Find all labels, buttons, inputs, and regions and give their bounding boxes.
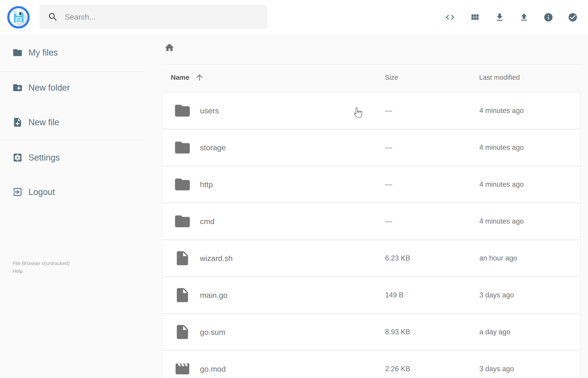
file-name: go.sum: [200, 328, 226, 337]
download-button[interactable]: [495, 12, 505, 22]
column-header-size[interactable]: Size: [385, 74, 398, 81]
file-modified: 4 minutes ago: [479, 107, 524, 115]
file-modified: an hour ago: [479, 254, 517, 262]
table-row-go-mod[interactable]: go.mod 2.26 KB 3 days ago: [162, 351, 580, 378]
sidebar-credits: File Browser v(untracked) Help: [13, 260, 70, 275]
table-row-storage[interactable]: storage — 4 minutes ago: [162, 129, 580, 166]
file-name: wizard.sh: [200, 254, 233, 263]
file-name: storage: [200, 143, 226, 152]
settings-icon: [12, 152, 23, 163]
file-modified: a day ago: [479, 328, 510, 336]
sidebar-item-label: New folder: [28, 83, 70, 93]
file-modified: 3 days ago: [479, 291, 514, 299]
sidebar-item-label: My files: [28, 48, 58, 58]
upload-button[interactable]: [519, 12, 529, 22]
sidebar-item-logout[interactable]: Logout: [0, 182, 144, 202]
sidebar-item-new-folder[interactable]: New folder: [0, 78, 144, 97]
logout-icon: [12, 187, 23, 197]
app-version: File Browser v(untracked): [13, 260, 70, 267]
file-name: cmd: [200, 217, 214, 226]
table-row-main-go[interactable]: main.go 149 B 3 days ago: [162, 277, 580, 313]
upload-icon: [519, 12, 529, 22]
search-icon: [48, 12, 58, 22]
switch-view-button[interactable]: [470, 12, 480, 22]
file-size: 2.26 KB: [385, 365, 410, 373]
file-size: 6.23 KB: [385, 254, 410, 262]
search-bar[interactable]: [40, 5, 267, 29]
sidebar: My files New folder New file Settings Lo…: [0, 35, 144, 378]
breadcrumb-home-button[interactable]: [164, 42, 175, 53]
sort-ascending-icon: [195, 73, 204, 82]
folder-icon: [173, 102, 191, 120]
select-multiple-button[interactable]: [568, 12, 578, 22]
home-icon: [164, 42, 175, 53]
listing-column-headers: Name Size Last modified: [162, 71, 580, 84]
new-file-icon: [12, 117, 23, 128]
file-size: —: [385, 143, 392, 152]
folder-icon: [173, 175, 191, 194]
file-name: http: [200, 180, 213, 189]
info-icon: [543, 12, 553, 22]
file-size: —: [385, 217, 392, 225]
download-icon: [495, 12, 505, 22]
file-modified: 4 minutes ago: [479, 143, 524, 152]
sidebar-item-label: New file: [28, 118, 59, 127]
grid-view-icon: [470, 12, 480, 22]
code-icon: [445, 12, 455, 22]
file-name: users: [200, 106, 219, 115]
search-input[interactable]: [65, 13, 256, 21]
sidebar-item-new-file[interactable]: New file: [0, 113, 144, 132]
file-modified: 3 days ago: [479, 365, 514, 373]
folder-icon: [173, 212, 191, 230]
table-row-go-sum[interactable]: go.sum 8.93 KB a day ago: [162, 314, 580, 350]
floppy-disk-icon: [9, 8, 27, 27]
new-folder-icon: [12, 82, 23, 93]
sidebar-item-label: Logout: [28, 187, 55, 197]
check-circle-icon: [568, 12, 578, 22]
file-size: 149 B: [385, 291, 403, 299]
column-header-name[interactable]: Name: [171, 73, 204, 82]
info-button[interactable]: [543, 12, 553, 22]
folder-icon: [12, 47, 23, 58]
help-link[interactable]: Help: [13, 267, 70, 275]
shell-toggle-button[interactable]: [445, 12, 455, 22]
sidebar-divider: [0, 71, 144, 71]
file-size: —: [385, 180, 392, 189]
movie-file-icon: [173, 360, 191, 378]
folder-icon: [173, 138, 191, 157]
table-row-users[interactable]: users — 4 minutes ago: [162, 93, 580, 129]
app-logo[interactable]: [7, 6, 30, 28]
column-header-modified[interactable]: Last modified: [479, 74, 520, 81]
table-row-http[interactable]: http — 4 minutes ago: [162, 166, 580, 203]
file-name: main.go: [200, 291, 227, 300]
file-size: —: [385, 107, 392, 115]
sidebar-divider: [0, 140, 144, 140]
file-modified: 4 minutes ago: [479, 217, 524, 225]
file-modified: 4 minutes ago: [479, 180, 524, 189]
file-size: 8.93 KB: [385, 328, 410, 336]
table-row-wizard-sh[interactable]: wizard.sh 6.23 KB an hour ago: [162, 240, 580, 276]
sidebar-item-my-files[interactable]: My files: [0, 43, 144, 62]
file-name: go.mod: [200, 364, 226, 373]
sidebar-item-label: Settings: [28, 153, 60, 162]
table-row-cmd[interactable]: cmd — 4 minutes ago: [162, 203, 580, 240]
file-icon: [173, 286, 191, 304]
sidebar-item-settings[interactable]: Settings: [0, 148, 144, 167]
app-header: [0, 0, 588, 35]
breadcrumb-divider: [162, 64, 580, 65]
file-icon: [173, 323, 191, 341]
file-listing: users — 4 minutes ago storage — 4 minute…: [162, 93, 580, 378]
file-icon: [173, 249, 191, 267]
